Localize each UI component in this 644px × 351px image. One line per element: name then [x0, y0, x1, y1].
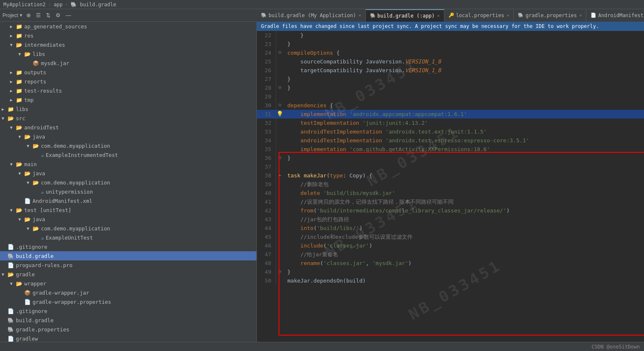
- toolbar: Project ▼ ⊕ ☰ ⇅ ⚙ — 🐘 build.gradle (My A…: [0, 9, 644, 22]
- code-line-42: 42 from('build/intermediates/compile_lib…: [257, 206, 644, 215]
- tree-item-test-results[interactable]: ▶ 📁 test-results: [0, 86, 256, 95]
- code-line-46: 46 include('classes.jar'): [257, 241, 644, 250]
- toolbar-collapse-btn[interactable]: ☰: [34, 11, 43, 19]
- tree-item-gradle-wrapper-props[interactable]: 📄 gradle-wrapper.properties: [0, 297, 256, 306]
- tab-build-gradle-app[interactable]: 🐘 build.gradle (My Application) ✕: [257, 9, 366, 22]
- tree-item-ap-generated[interactable]: ▶ 📁 ap_generated_sources: [0, 22, 256, 31]
- code-line-40: 40 delete 'build/libs/mysdk.jar': [257, 189, 644, 197]
- tree-item-proguard[interactable]: 📄 proguard-rules.pro: [0, 260, 256, 270]
- tree-item-res[interactable]: ▶ 📁 res: [0, 31, 256, 40]
- tab-android-manifest[interactable]: 📄 AndroidManifest.xml ✕: [586, 9, 644, 22]
- code-line-44: 44 into('build/libs/'): [257, 224, 644, 232]
- tree-item-java-test[interactable]: ▼ 📂 java: [0, 215, 256, 224]
- code-line-34: 34 androidTestImplementation 'androidx.t…: [257, 136, 644, 145]
- code-line-24: 24 ⊖ compileOptions {: [257, 48, 644, 57]
- tree-item-libs-root[interactable]: ▶ 📁 libs: [0, 104, 256, 114]
- file-name: 🐘 build.gradle: [71, 2, 116, 8]
- tree-item-tmp[interactable]: ▶ 📁 tmp: [0, 95, 256, 104]
- tree-item-example-instrumented-test[interactable]: ☕ ExampleInstrumentedTest: [0, 150, 256, 159]
- code-line-36: 36 ⊖ }: [257, 154, 644, 162]
- tree-item-gitignore-root[interactable]: 📄 .gitignore: [0, 306, 256, 316]
- editor-panel: Gradle files have changed since last pro…: [257, 22, 644, 342]
- tree-item-mysdk-jar[interactable]: 📦 mysdk.jar: [0, 58, 256, 68]
- tree-item-example-unit-test[interactable]: ☕ ExampleUnitTest: [0, 233, 256, 242]
- module-name: app: [53, 2, 63, 8]
- tree-item-com-demo-main[interactable]: ▼ 📂 com.demo.myapplication: [0, 178, 256, 187]
- tree-item-gradle-wrapper-jar[interactable]: 📦 gradle-wrapper.jar: [0, 288, 256, 297]
- tree-item-java-android-test[interactable]: ▼ 📂 java: [0, 132, 256, 141]
- tree-item-src[interactable]: ▼ 📂 src: [0, 114, 256, 123]
- tab-local-properties[interactable]: 🔑 local.properties ✕: [444, 9, 514, 22]
- tree-item-build-gradle[interactable]: 🐘 build.gradle: [0, 251, 256, 260]
- title-bar: MyApplication2 › app › 🐘 build.gradle: [0, 0, 644, 9]
- code-line-49: 49 ⊖ }: [257, 268, 644, 276]
- code-line-29: 29: [257, 92, 644, 101]
- tree-item-gradlew[interactable]: 📄 gradlew: [0, 334, 256, 342]
- project-dropdown[interactable]: Project ▼: [3, 13, 23, 18]
- tab-gradle-properties[interactable]: 🐘 gradle.properties ✕: [514, 9, 586, 22]
- code-line-33: 33 androidTestImplementation 'androidx.t…: [257, 127, 644, 136]
- project-name: MyApplication2: [3, 2, 46, 8]
- code-table: 22 } 23 } 24 ⊖ compileOptions {: [257, 31, 644, 285]
- code-line-27: 27 }: [257, 75, 644, 83]
- tree-item-android-test[interactable]: ▼ 📂 androidTest: [0, 123, 256, 132]
- tree-item-intermediates[interactable]: ▼ 📂 intermediates: [0, 40, 256, 49]
- main-area: ▶ 📁 ap_generated_sources ▶ 📁 res ▼ 📂 int…: [0, 22, 644, 342]
- code-line-48: 48 rename('classes.jar', 'mysdk.jar'): [257, 259, 644, 268]
- collapse-arrow: ▶: [10, 24, 16, 29]
- sidebar-toolbar: Project ▼ ⊕ ☰ ⇅ ⚙ —: [0, 11, 257, 19]
- tree-item-com-demo-test[interactable]: ▼ 📂 com.demo.myapplication: [0, 224, 256, 233]
- tabs-container: 🐘 build.gradle (My Application) ✕ 🐘 buil…: [257, 9, 644, 22]
- code-line-28: 28 ⊖ }: [257, 83, 644, 92]
- code-line-23: 23 }: [257, 40, 644, 48]
- tree-item-wrapper[interactable]: ▼ 📂 wrapper: [0, 279, 256, 288]
- code-line-37: 37: [257, 162, 644, 171]
- code-line-39: 39 //删除老包: [257, 180, 644, 189]
- code-line-35: 35 implementation 'com.github.getActivit…: [257, 145, 644, 154]
- tree-item-outputs[interactable]: ▶ 📁 outputs: [0, 68, 256, 77]
- tree-item-test-unit[interactable]: ▼ 📂 test [unitTest]: [0, 205, 256, 215]
- toolbar-close-btn[interactable]: —: [64, 11, 73, 19]
- code-line-30: 30 ⊖ dependencies {: [257, 101, 644, 110]
- code-line-43: 43 //jar包的打包路径: [257, 215, 644, 224]
- status-bar: CSDN @oneSitDown: [0, 342, 644, 351]
- toolbar-expand-btn[interactable]: ⇅: [44, 11, 52, 19]
- code-line-22: 22 }: [257, 31, 644, 40]
- tree-item-com-demo-android-test[interactable]: ▼ 📂 com.demo.myapplication: [0, 141, 256, 150]
- tree-item-unitypermission[interactable]: ☕ unitypermission: [0, 187, 256, 196]
- tree-item-android-manifest[interactable]: 📄 AndroidManifest.xml: [0, 196, 256, 205]
- code-line-50: 50 makeJar.dependsOn(build): [257, 276, 644, 285]
- tree-item-gitignore-app[interactable]: 📄 .gitignore: [0, 242, 256, 251]
- code-line-47: 47 //给jar重命名: [257, 250, 644, 259]
- code-area[interactable]: 22 } 23 } 24 ⊖ compileOptions {: [257, 31, 644, 342]
- code-line-26: 26 targetCompatibility JavaVersion.VERSI…: [257, 66, 644, 75]
- code-line-41: 41 //设置拷贝的源文件，记得去找下路径，版本不同路径可能不同: [257, 197, 644, 206]
- code-line-45: 45 //include和exclude参数可以设置过滤文件: [257, 232, 644, 241]
- folder-icon: 📁: [16, 23, 23, 30]
- tree-item-main[interactable]: ▼ 📂 main: [0, 159, 256, 169]
- code-line-32: 32 testImplementation 'junit:junit:4.13.…: [257, 119, 644, 127]
- toolbar-settings-btn[interactable]: ⚙: [54, 11, 62, 19]
- tree-item-libs-inner[interactable]: ▼ 📂 libs: [0, 49, 256, 58]
- tab-build-gradle-colon-app[interactable]: 🐘 build.gradle (:app) ✕: [366, 9, 444, 22]
- editor-tabs: 🐘 build.gradle (My Application) ✕ 🐘 buil…: [257, 9, 644, 22]
- code-line-38: 38 ▶ task makeJar(type: Copy) {: [257, 171, 644, 180]
- tree-item-build-gradle-root[interactable]: 🐘 build.gradle: [0, 316, 256, 325]
- file-tree[interactable]: ▶ 📁 ap_generated_sources ▶ 📁 res ▼ 📂 int…: [0, 22, 257, 342]
- tree-item-gradle-folder[interactable]: ▼ 📂 gradle: [0, 270, 256, 279]
- sync-banner: Gradle files have changed since last pro…: [257, 22, 644, 31]
- tree-item-gradle-properties[interactable]: 🐘 gradle.properties: [0, 325, 256, 334]
- code-line-31: 31 💡 implementation 'androidx.appcompat:…: [257, 110, 644, 119]
- tree-item-java-main[interactable]: ▼ 📂 java: [0, 169, 256, 178]
- toolbar-sync-btn[interactable]: ⊕: [25, 11, 33, 19]
- attribution: CSDN @oneSitDown: [591, 344, 640, 350]
- tree-item-reports[interactable]: ▶ 📁 reports: [0, 77, 256, 86]
- code-line-25: 25 sourceCompatibility JavaVersion.VERSI…: [257, 57, 644, 66]
